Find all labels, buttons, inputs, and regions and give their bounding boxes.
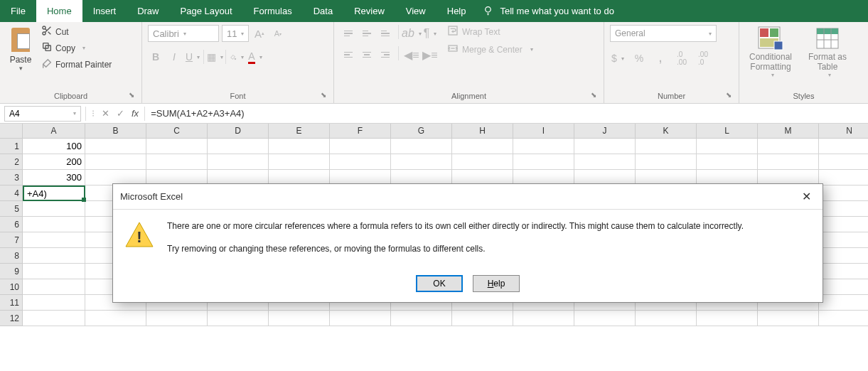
tab-home[interactable]: Home: [36, 0, 82, 22]
help-button[interactable]: Help: [473, 275, 520, 292]
col-header-G[interactable]: G: [391, 124, 452, 139]
cell-K2[interactable]: [636, 154, 697, 170]
cell-H1[interactable]: [452, 139, 513, 154]
col-header-N[interactable]: N: [819, 124, 868, 139]
fx-icon[interactable]: fx: [132, 108, 139, 119]
conditional-formatting-button[interactable]: Conditional Formatting ▾: [745, 25, 796, 78]
row-header-7[interactable]: 7: [0, 232, 23, 248]
cell-N10[interactable]: [819, 279, 868, 295]
row-header-3[interactable]: 3: [0, 170, 23, 186]
cell-E1[interactable]: [269, 139, 330, 154]
comma-button[interactable]: ,: [653, 50, 668, 66]
col-header-A[interactable]: A: [23, 124, 85, 139]
cell-G12[interactable]: [391, 311, 452, 326]
decrease-indent-button[interactable]: ◀≡: [403, 46, 420, 63]
cell-D1[interactable]: [208, 139, 269, 154]
font-dialog-launcher[interactable]: ⬊: [321, 91, 331, 101]
cell-A9[interactable]: [23, 264, 85, 279]
tab-formulas[interactable]: Formulas: [243, 0, 303, 22]
cell-A12[interactable]: [23, 311, 85, 326]
cell-C1[interactable]: [146, 139, 208, 154]
row-header-9[interactable]: 9: [0, 264, 23, 279]
cell-M1[interactable]: [758, 139, 819, 154]
insert-function-colon-icon[interactable]: ⁝: [92, 108, 95, 119]
row-header-12[interactable]: 12: [0, 311, 23, 326]
decrease-font-button[interactable]: A▾: [270, 26, 286, 41]
enter-formula-icon[interactable]: ✓: [117, 108, 124, 119]
col-header-J[interactable]: J: [574, 124, 636, 139]
cell-N12[interactable]: [819, 311, 868, 326]
tab-help[interactable]: Help: [436, 0, 477, 22]
chevron-down-icon[interactable]: ▾: [19, 65, 23, 72]
col-header-I[interactable]: I: [513, 124, 574, 139]
currency-button[interactable]: $▾: [610, 50, 626, 66]
cell-I1[interactable]: [513, 139, 574, 154]
cell-M12[interactable]: [758, 311, 819, 326]
cell-N8[interactable]: [819, 248, 868, 264]
cell-A8[interactable]: [23, 248, 85, 264]
cell-N7[interactable]: [819, 232, 868, 248]
tab-data[interactable]: Data: [303, 0, 343, 22]
select-all-corner[interactable]: [0, 124, 23, 139]
cell-F2[interactable]: [330, 154, 391, 170]
cell-M2[interactable]: [758, 154, 819, 170]
tab-review[interactable]: Review: [343, 0, 395, 22]
cell-K1[interactable]: [636, 139, 697, 154]
col-header-D[interactable]: D: [208, 124, 269, 139]
cell-J12[interactable]: [574, 311, 636, 326]
wrap-text-button[interactable]: Wrap Text: [447, 25, 533, 38]
cell-J1[interactable]: [574, 139, 636, 154]
col-header-F[interactable]: F: [330, 124, 391, 139]
bold-button[interactable]: B: [148, 49, 164, 65]
col-header-C[interactable]: C: [146, 124, 208, 139]
cell-D12[interactable]: [208, 311, 269, 326]
col-header-K[interactable]: K: [636, 124, 697, 139]
align-middle-button[interactable]: [358, 25, 375, 42]
cell-D2[interactable]: [208, 154, 269, 170]
cell-B12[interactable]: [85, 311, 146, 326]
align-right-button[interactable]: [377, 46, 394, 63]
paste-button[interactable]: Paste ▾: [6, 25, 36, 73]
cell-A7[interactable]: [23, 232, 85, 248]
cell-G1[interactable]: [391, 139, 452, 154]
tell-me-search[interactable]: Tell me what you want to do: [483, 0, 614, 22]
cell-A2[interactable]: 200: [23, 154, 85, 170]
orientation-button[interactable]: ab▾: [403, 25, 420, 42]
clipboard-dialog-launcher[interactable]: ⬊: [129, 91, 139, 101]
cell-B2[interactable]: [85, 154, 146, 170]
cell-A5[interactable]: [23, 201, 85, 217]
chevron-down-icon[interactable]: ▾: [241, 31, 244, 37]
cell-L2[interactable]: [697, 154, 758, 170]
increase-indent-button[interactable]: ▶≡: [422, 46, 439, 63]
increase-decimal-button[interactable]: .0.00: [674, 50, 690, 66]
tab-draw[interactable]: Draw: [127, 0, 169, 22]
row-header-5[interactable]: 5: [0, 201, 23, 217]
cell-E12[interactable]: [269, 311, 330, 326]
cell-H12[interactable]: [452, 311, 513, 326]
number-dialog-launcher[interactable]: ⬊: [726, 91, 736, 101]
cell-H2[interactable]: [452, 154, 513, 170]
alignment-dialog-launcher[interactable]: ⬊: [591, 91, 601, 101]
cell-N6[interactable]: [819, 217, 868, 232]
italic-button[interactable]: I: [166, 49, 182, 65]
tab-insert[interactable]: Insert: [82, 0, 127, 22]
ok-button[interactable]: OK: [416, 275, 463, 292]
format-painter-button[interactable]: Format Painter: [41, 58, 112, 71]
align-bottom-button[interactable]: [377, 25, 394, 42]
increase-font-button[interactable]: A▴: [252, 26, 267, 41]
cell-A4[interactable]: +A4): [23, 186, 85, 201]
dialog-titlebar[interactable]: Microsoft Excel ✕: [113, 184, 823, 210]
underline-button[interactable]: U▾: [185, 49, 200, 65]
col-header-M[interactable]: M: [758, 124, 819, 139]
row-header-10[interactable]: 10: [0, 279, 23, 295]
col-header-H[interactable]: H: [452, 124, 513, 139]
percent-button[interactable]: %: [631, 50, 647, 66]
align-center-button[interactable]: [358, 46, 375, 63]
row-header-6[interactable]: 6: [0, 217, 23, 232]
row-header-4[interactable]: 4: [0, 186, 23, 201]
font-size-combo[interactable]: 11▾: [222, 25, 249, 42]
chevron-down-icon[interactable]: ▾: [82, 45, 85, 51]
cell-A10[interactable]: [23, 279, 85, 295]
col-header-L[interactable]: L: [697, 124, 758, 139]
cell-C2[interactable]: [146, 154, 208, 170]
